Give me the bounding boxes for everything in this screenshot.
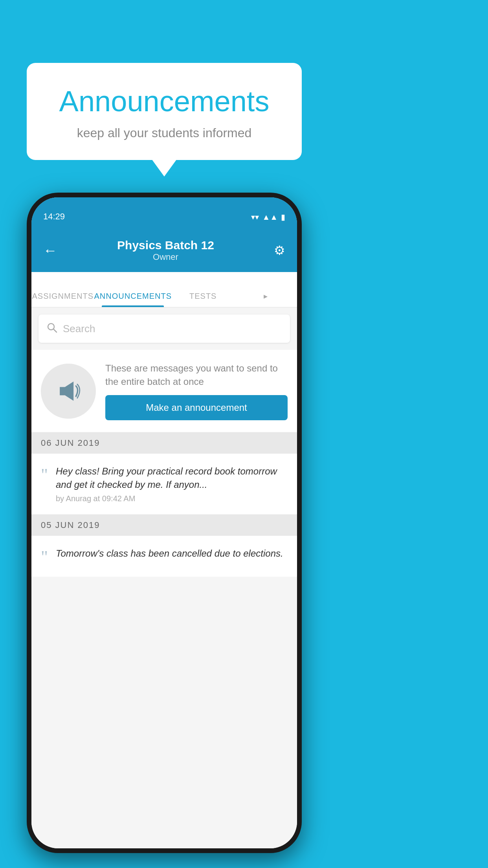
announcement-text-1: Hey class! Bring your practical record b…: [56, 465, 288, 491]
quote-icon-1: ": [41, 466, 48, 484]
app-bar-subtitle: Owner: [117, 252, 214, 262]
promo-description: These are messages you want to send to t…: [105, 362, 288, 388]
announcement-meta-1: by Anurag at 09:42 AM: [56, 494, 288, 503]
battery-icon: ▮: [281, 212, 285, 222]
tab-bar: ASSIGNMENTS ANNOUNCEMENTS TESTS ▸: [31, 272, 297, 307]
make-announcement-button[interactable]: Make an announcement: [105, 395, 288, 420]
promo-icon-circle: [41, 364, 96, 419]
wifi-icon: ▾▾: [251, 212, 259, 222]
quote-icon-2: ": [41, 548, 48, 566]
status-bar: 14:29 ▾▾ ▲▲ ▮: [31, 197, 297, 229]
speech-bubble-title: Announcements: [50, 85, 278, 118]
announcement-text-2: Tomorrow's class has been cancelled due …: [56, 547, 288, 560]
tab-announcements[interactable]: ANNOUNCEMENTS: [94, 292, 172, 307]
tab-more[interactable]: ▸: [234, 291, 297, 307]
status-time: 14:29: [43, 211, 65, 225]
svg-line-1: [53, 329, 57, 332]
search-placeholder-text: Search: [63, 323, 95, 335]
settings-icon[interactable]: ⚙: [274, 243, 285, 258]
tab-assignments[interactable]: ASSIGNMENTS: [31, 292, 94, 307]
megaphone-icon: [55, 377, 82, 405]
svg-marker-2: [60, 381, 73, 401]
phone-wrapper: 14:29 ▾▾ ▲▲ ▮ ← Physics Batch 12 Owner ⚙: [27, 193, 302, 853]
promo-card: These are messages you want to send to t…: [31, 350, 297, 432]
speech-bubble-subtitle: keep all your students informed: [50, 126, 278, 140]
search-bar[interactable]: Search: [39, 314, 290, 343]
search-icon: [46, 322, 57, 336]
speech-bubble: Announcements keep all your students inf…: [27, 63, 302, 160]
announcement-content-2: Tomorrow's class has been cancelled due …: [56, 547, 288, 563]
phone-outer: 14:29 ▾▾ ▲▲ ▮ ← Physics Batch 12 Owner ⚙: [27, 193, 302, 853]
phone-screen: 14:29 ▾▾ ▲▲ ▮ ← Physics Batch 12 Owner ⚙: [31, 197, 297, 848]
announcement-item-1: " Hey class! Bring your practical record…: [31, 454, 297, 515]
tab-tests[interactable]: TESTS: [172, 292, 235, 307]
date-divider-1: 06 JUN 2019: [31, 432, 297, 454]
date-divider-2: 05 JUN 2019: [31, 515, 297, 536]
app-bar-title-section: Physics Batch 12 Owner: [117, 239, 214, 262]
announcement-content-1: Hey class! Bring your practical record b…: [56, 465, 288, 503]
app-bar-title: Physics Batch 12: [117, 239, 214, 252]
app-bar: ← Physics Batch 12 Owner ⚙: [31, 229, 297, 272]
speech-bubble-container: Announcements keep all your students inf…: [27, 63, 302, 160]
status-icons: ▾▾ ▲▲ ▮: [251, 212, 285, 225]
announcement-item-2: " Tomorrow's class has been cancelled du…: [31, 536, 297, 577]
signal-icon: ▲▲: [262, 213, 278, 222]
content-area: Search These are messages: [31, 307, 297, 848]
promo-right: These are messages you want to send to t…: [105, 362, 288, 420]
back-button[interactable]: ←: [43, 242, 57, 259]
